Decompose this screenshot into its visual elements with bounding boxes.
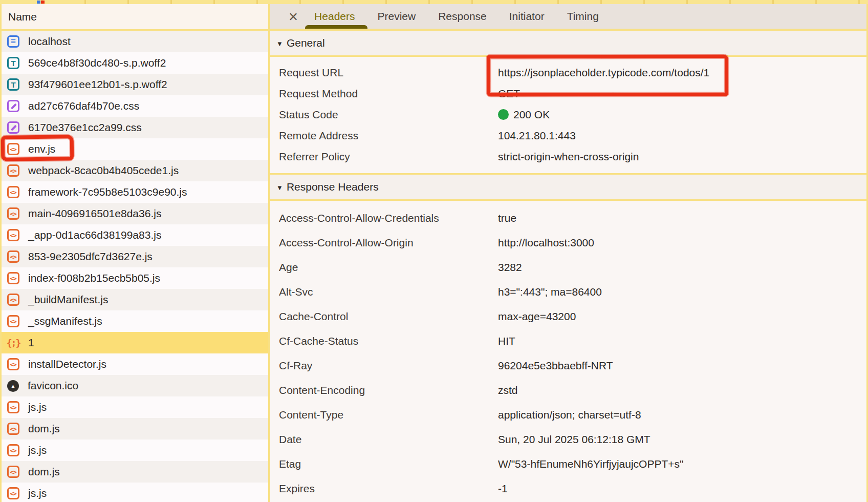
- request-row[interactable]: <>framework-7c95b8e5103c9e90.js: [2, 181, 268, 203]
- header-kv-row: Cf-Ray96204e5e3bbaebff-NRT: [270, 353, 866, 378]
- stylesheet-icon: [7, 121, 19, 134]
- header-kv-row: DateSun, 20 Jul 2025 06:12:18 GMT: [270, 427, 866, 452]
- header-value: HIT: [498, 335, 515, 347]
- request-details-panel: × HeadersPreviewResponseInitiatorTiming …: [268, 4, 868, 502]
- request-row[interactable]: <>installDetector.js: [2, 353, 268, 375]
- request-row[interactable]: ≡localhost: [2, 31, 268, 52]
- font-icon: T: [7, 78, 19, 91]
- header-value: application/json; charset=utf-8: [498, 409, 641, 421]
- request-name-label: ad27c676daf4b70e.css: [28, 100, 139, 112]
- request-row[interactable]: <>dom.js: [2, 418, 268, 440]
- tab-timing[interactable]: Timing: [567, 4, 599, 29]
- request-row[interactable]: <>853-9e2305dfc7d3627e.js: [2, 246, 268, 267]
- script-icon: <>: [7, 466, 19, 478]
- script-icon: <>: [7, 272, 19, 284]
- header-value: 104.21.80.1:443: [498, 130, 576, 142]
- header-value-text: HIT: [498, 335, 515, 347]
- request-row[interactable]: <>_app-0d1ac66d38199a83.js: [2, 224, 268, 246]
- header-value-text: max-age=43200: [498, 310, 576, 323]
- header-name: Request Method: [270, 88, 498, 100]
- request-row[interactable]: <>_buildManifest.js: [2, 289, 268, 310]
- script-icon: <>: [7, 401, 19, 413]
- close-icon[interactable]: ×: [289, 9, 298, 25]
- script-icon: <>: [7, 294, 19, 306]
- network-overview-strip[interactable]: [0, 0, 868, 4]
- header-value-text: h3=":443"; ma=86400: [498, 286, 602, 298]
- header-value-text: https://jsonplaceholder.typicode.com/tod…: [498, 67, 709, 79]
- header-name: Access-Control-Allow-Origin: [270, 237, 498, 249]
- header-name: Request URL: [270, 67, 498, 79]
- request-row[interactable]: T93f479601ee12b01-s.p.woff2: [2, 74, 268, 95]
- header-name: Remote Address: [270, 130, 498, 142]
- document-icon: ≡: [7, 35, 19, 48]
- request-row[interactable]: <>webpack-8cac0b4b405cede1.js: [2, 160, 268, 181]
- header-value: 3282: [498, 261, 522, 274]
- fetch-icon: {;}: [7, 337, 19, 349]
- request-row[interactable]: 6170e376e1cc2a99.css: [2, 117, 268, 138]
- request-name-label: index-f008b2b15ecb5b05.js: [28, 272, 160, 284]
- request-row[interactable]: <>js.js: [2, 440, 268, 461]
- request-row[interactable]: <>env.js: [2, 138, 268, 160]
- header-name: Status Code: [270, 109, 498, 121]
- request-row[interactable]: T569ce4b8f30dc480-s.p.woff2: [2, 52, 268, 74]
- general-rows: Request URLhttps://jsonplaceholder.typic…: [270, 57, 866, 175]
- request-name-label: _app-0d1ac66d38199a83.js: [28, 229, 161, 241]
- request-name-label: webpack-8cac0b4b405cede1.js: [28, 164, 179, 177]
- header-value: W/"53-hfEnumeNh6YirfjyjaujcOPPT+s": [498, 458, 684, 470]
- header-value-text: 200 OK: [513, 109, 550, 121]
- devtools-network-panel: Name ≡localhostT569ce4b8f30dc480-s.p.wof…: [0, 0, 868, 502]
- requests-list: ≡localhostT569ce4b8f30dc480-s.p.woff2T93…: [2, 31, 268, 502]
- header-name: Access-Control-Allow-Credentials: [270, 212, 498, 224]
- header-value-text: strict-origin-when-cross-origin: [498, 151, 639, 163]
- request-row[interactable]: <>_ssgManifest.js: [2, 310, 268, 332]
- header-value: Sun, 20 Jul 2025 06:12:18 GMT: [498, 433, 650, 446]
- header-kv-row: Content-Encodingzstd: [270, 378, 866, 403]
- header-value-text: application/json; charset=utf-8: [498, 409, 641, 421]
- request-name-label: _ssgManifest.js: [28, 315, 102, 327]
- request-row[interactable]: ▲favicon.ico: [2, 375, 268, 396]
- request-name-label: _buildManifest.js: [28, 294, 108, 306]
- tab-response[interactable]: Response: [438, 4, 487, 29]
- request-row[interactable]: {;}1: [2, 332, 268, 353]
- request-row[interactable]: ad27c676daf4b70e.css: [2, 95, 268, 117]
- tab-headers[interactable]: Headers: [314, 4, 355, 29]
- request-name-label: js.js: [28, 444, 47, 456]
- request-name-label: installDetector.js: [28, 358, 106, 370]
- header-kv-row: Referrer Policystrict-origin-when-cross-…: [270, 146, 866, 167]
- request-name-label: favicon.ico: [28, 380, 78, 392]
- section-title: General: [287, 37, 325, 49]
- headers-sections: ▼GeneralRequest URLhttps://jsonplacehold…: [270, 31, 866, 502]
- request-name-label: 93f479601ee12b01-s.p.woff2: [28, 78, 167, 91]
- request-row[interactable]: <>dom.js: [2, 461, 268, 483]
- header-name: Cf-Ray: [270, 360, 498, 372]
- request-name-label: 569ce4b8f30dc480-s.p.woff2: [28, 57, 166, 69]
- header-value: 96204e5e3bbaebff-NRT: [498, 360, 613, 372]
- request-row[interactable]: <>js.js: [2, 483, 268, 502]
- header-name: Content-Type: [270, 409, 498, 421]
- header-value-text: true: [498, 212, 516, 224]
- tab-preview[interactable]: Preview: [378, 4, 416, 29]
- response-headers-rows: Access-Control-Allow-CredentialstrueAcce…: [270, 201, 866, 502]
- favicon-icon: ▲: [7, 380, 19, 392]
- header-value: 200 OK: [498, 109, 550, 121]
- header-name: Date: [270, 433, 498, 446]
- section-header-general[interactable]: ▼General: [270, 31, 866, 57]
- name-column-header[interactable]: Name: [2, 4, 268, 31]
- header-value: strict-origin-when-cross-origin: [498, 151, 639, 163]
- header-value-text: 3282: [498, 261, 522, 274]
- request-row[interactable]: <>js.js: [2, 396, 268, 418]
- header-kv-row: Age3282: [270, 255, 866, 280]
- font-icon: T: [7, 57, 19, 69]
- request-row[interactable]: <>main-4096916501e8da36.js: [2, 203, 268, 224]
- tab-initiator[interactable]: Initiator: [509, 4, 545, 29]
- header-kv-row: Content-Typeapplication/json; charset=ut…: [270, 403, 866, 427]
- request-name-label: main-4096916501e8da36.js: [28, 207, 161, 220]
- script-icon: <>: [7, 207, 19, 220]
- header-name: Cache-Control: [270, 310, 498, 323]
- script-icon: <>: [7, 143, 19, 155]
- section-header-response-headers[interactable]: ▼Response Headers: [270, 175, 866, 201]
- request-row[interactable]: <>index-f008b2b15ecb5b05.js: [2, 267, 268, 289]
- header-name: Age: [270, 261, 498, 274]
- header-value-text: Sun, 20 Jul 2025 06:12:18 GMT: [498, 433, 650, 446]
- request-name-label: env.js: [28, 143, 55, 155]
